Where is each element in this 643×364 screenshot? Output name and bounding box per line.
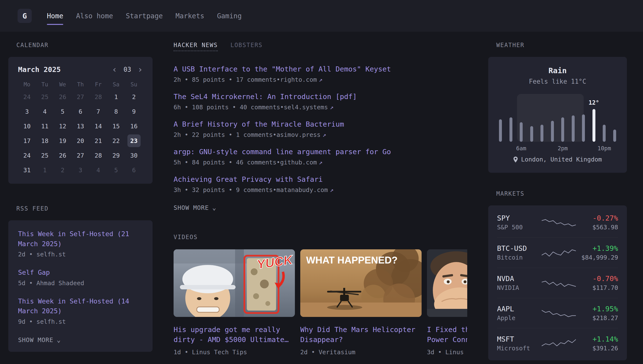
- story-source-link[interactable]: righto.com: [280, 76, 317, 83]
- market-change: +1.95%: [577, 305, 618, 313]
- calendar-day: 9: [125, 104, 143, 119]
- calendar-day: 15: [107, 119, 125, 134]
- chevron-left-icon[interactable]: ‹: [112, 65, 117, 74]
- calendar-day: 7: [89, 104, 107, 119]
- nav-tab-also-home[interactable]: Also home: [76, 10, 113, 22]
- chevron-right-icon[interactable]: ›: [138, 65, 143, 74]
- weather-bar-slot: [540, 96, 543, 142]
- weather-bar: [603, 125, 606, 142]
- story-title[interactable]: Achieving Great Privacy with Safari: [174, 175, 467, 184]
- nav-tab-startpage[interactable]: Startpage: [126, 10, 163, 22]
- story-source-link[interactable]: github.com: [280, 159, 317, 166]
- story-source-link[interactable]: asimov.press: [276, 131, 321, 138]
- nav-tab-markets[interactable]: Markets: [176, 10, 204, 22]
- weather-bar: [509, 117, 512, 142]
- market-price: $84,999.29: [577, 254, 618, 261]
- video-card: WHAT HAPPENED? Why Did The Mars Helicopt…: [300, 249, 422, 356]
- video-title[interactable]: I Fixed the 5 Power Connect: [427, 325, 467, 345]
- thumb-text: WHAT HAPPENED?: [306, 255, 398, 266]
- market-name: Bitcoin: [497, 254, 541, 261]
- app-logo[interactable]: G: [18, 9, 32, 23]
- nav-tab-gaming[interactable]: Gaming: [217, 10, 242, 22]
- weekday-label: Th: [72, 81, 89, 88]
- video-card: DO TH I Fixed the: [427, 249, 467, 356]
- calendar-day: 13: [72, 119, 89, 134]
- bullet-separator: •: [276, 159, 280, 166]
- rss-list: This Week in Self-Hosted (21 March 2025)…: [18, 229, 143, 325]
- video-title[interactable]: Why Did The Mars Helicopter Disappear?: [300, 325, 422, 345]
- weather-bar-slot: [551, 96, 554, 142]
- market-ticker: MSFT: [497, 335, 541, 343]
- rss-item-title[interactable]: This Week in Self-Hosted (14 March 2025): [18, 296, 143, 316]
- tab-lobsters[interactable]: LOBSTERS: [230, 42, 263, 50]
- chevron-down-icon: ⌄: [212, 206, 216, 210]
- market-row[interactable]: MSFTMicrosoft+1.14%$391.26: [497, 328, 618, 358]
- weather-bar: [561, 117, 564, 142]
- weekday-label: Fr: [89, 81, 107, 88]
- market-name: NVIDIA: [497, 284, 541, 291]
- weekday-label: We: [54, 81, 72, 88]
- video-thumbnail[interactable]: YUCK: [174, 249, 295, 317]
- markets-widget: MARKETS SPYS&P 500-0.27%$563.98BTC-USDBi…: [488, 190, 627, 360]
- calendar-day: 14: [89, 119, 107, 134]
- market-row[interactable]: AAPLApple+1.95%$218.27: [497, 298, 618, 328]
- calendar-day: 3: [18, 104, 36, 119]
- story-title[interactable]: A Brief History of the Miracle Bacterium: [174, 120, 467, 128]
- video-thumbnail[interactable]: DO TH: [427, 249, 467, 317]
- market-name: Apple: [497, 314, 541, 322]
- calendar-day: 28: [89, 90, 107, 104]
- rss-item-title[interactable]: This Week in Self-Hosted (21 March 2025): [18, 229, 143, 249]
- rss-item-meta: 5d • Ahmad Shadeed: [18, 280, 143, 287]
- market-id: SPYS&P 500: [497, 214, 541, 231]
- external-link-icon: ↗: [319, 76, 322, 83]
- market-row[interactable]: NVDANVIDIA-0.70%$117.70: [497, 268, 618, 298]
- rss-show-more-button[interactable]: SHOW MORE ⌄: [18, 336, 143, 344]
- weather-bar: [582, 114, 585, 142]
- calendar-section-title: CALENDAR: [16, 42, 153, 48]
- left-column: CALENDAR March 2025 ‹ 03 › MoTuWeThFrSaS…: [8, 42, 153, 364]
- video-thumbnail[interactable]: WHAT HAPPENED?: [300, 249, 422, 317]
- market-row[interactable]: SPYS&P 500-0.27%$563.98: [497, 207, 618, 238]
- hour-label: 10pm: [597, 145, 611, 152]
- story-meta-text: 3h • 32 points • 9 comments: [174, 186, 273, 194]
- story-title[interactable]: argp: GNU-style command line argument pa…: [174, 148, 467, 156]
- market-change: -0.27%: [577, 214, 618, 222]
- rss-item: This Week in Self-Hosted (21 March 2025)…: [18, 229, 143, 258]
- story-meta-text: 2h • 22 points • 1 comments: [174, 131, 273, 138]
- weather-bar-slot: [499, 96, 502, 142]
- weather-bar-slot: [509, 96, 512, 142]
- news-story: A USB Interface to the "Mother of All De…: [174, 65, 467, 83]
- rss-item-title[interactable]: Self Gap: [18, 268, 143, 278]
- calendar-day: 1: [36, 163, 54, 177]
- external-link-icon: ↗: [319, 159, 322, 166]
- story-meta: 5h • 84 points • 46 comments • github.co…: [174, 159, 467, 166]
- bullet-separator: •: [273, 186, 276, 194]
- calendar-day: 11: [36, 119, 54, 134]
- rss-item-meta: 2d • selfh.st: [18, 251, 143, 258]
- story-title[interactable]: A USB Interface to the "Mother of All De…: [174, 65, 467, 73]
- calendar-day: 25: [36, 148, 54, 163]
- story-meta: 3h • 32 points • 9 comments • matanabudy…: [174, 186, 467, 194]
- market-values: +1.14%$391.26: [577, 335, 618, 352]
- calendar-month-number: 03: [124, 66, 131, 73]
- calendar-day: 20: [72, 134, 89, 148]
- rss-item: Self Gap5d • Ahmad Shadeed: [18, 268, 143, 287]
- sparkline-chart: [542, 216, 576, 229]
- external-link-icon: ↗: [330, 104, 333, 111]
- video-title[interactable]: His upgrade got me really dirty - AMD $5…: [174, 325, 295, 345]
- market-row[interactable]: BTC-USDBitcoin+1.39%$84,999.29: [497, 238, 618, 268]
- story-title[interactable]: The SeL4 Microkernel: An Introduction [p…: [174, 92, 467, 101]
- videos-row: YUCK His upgrade got me really dirty - A…: [174, 249, 467, 356]
- bullet-separator: •: [273, 131, 276, 138]
- weekday-label: Sa: [107, 81, 125, 88]
- story-source-link[interactable]: matanabudy.com: [276, 186, 328, 194]
- story-source-link[interactable]: sel4.systems: [284, 104, 328, 111]
- calendar-day: 5: [54, 104, 72, 119]
- market-name: Microsoft: [497, 345, 541, 352]
- market-chart: [541, 307, 577, 320]
- peak-temp-label: 12°: [588, 99, 599, 106]
- nav-tab-home[interactable]: Home: [47, 10, 63, 22]
- weather-bar-slot: [530, 96, 533, 142]
- news-show-more-button[interactable]: SHOW MORE ⌄: [174, 204, 467, 211]
- tab-hacker-news[interactable]: HACKER NEWS: [174, 42, 218, 51]
